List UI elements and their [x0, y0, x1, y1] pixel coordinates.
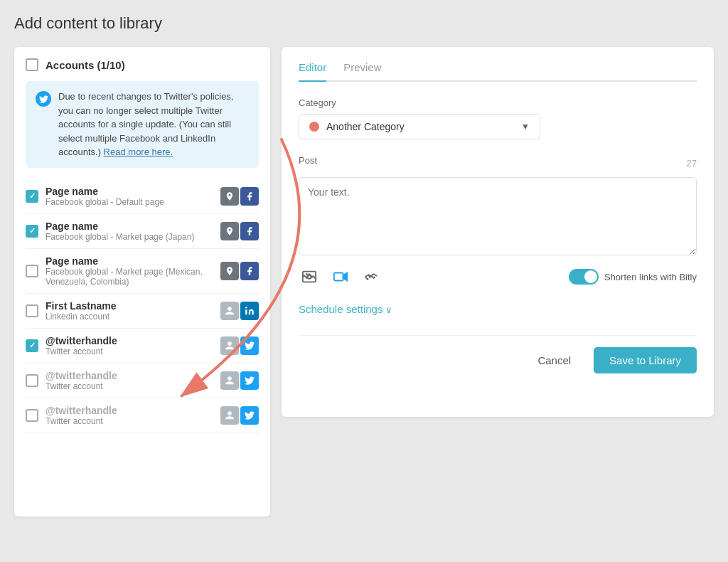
account-icons-4 — [220, 336, 259, 355]
account-row: Page nameFacebook global - Market page (… — [26, 214, 259, 249]
facebook-icon — [240, 262, 259, 280]
account-info-5: @twitterhandleTwitter account — [46, 370, 213, 391]
location-icon — [220, 187, 239, 206]
save-to-library-button[interactable]: Save to Library — [594, 347, 697, 373]
accounts-header: Accounts (1/10) — [26, 58, 259, 71]
tabs: Editor Preview — [299, 61, 697, 82]
chevron-down-icon: ▼ — [521, 122, 530, 132]
page-title: Add content to library — [14, 14, 714, 33]
account-checkbox-3[interactable] — [26, 304, 38, 317]
category-label: Category — [299, 97, 697, 108]
account-row: @twitterhandleTwitter account — [26, 364, 259, 398]
account-row: First LastnameLinkedin account — [26, 294, 259, 329]
account-sub-0: Facebook global - Default page — [46, 197, 213, 207]
account-sub-2: Facebook global - Market page (Mexican, … — [46, 267, 213, 287]
svg-point-3 — [306, 273, 308, 275]
account-info-2: Page nameFacebook global - Market page (… — [46, 255, 213, 287]
post-header: Post 27 — [299, 155, 697, 171]
post-textarea[interactable] — [299, 177, 697, 255]
avatar-icon — [220, 302, 239, 320]
twitter-icon — [240, 406, 259, 425]
account-checkbox-1[interactable] — [26, 225, 38, 238]
avatar-icon — [220, 371, 239, 390]
facebook-icon — [240, 222, 259, 240]
account-checkbox-6[interactable] — [26, 409, 38, 422]
account-name-4: @twitterhandle — [46, 335, 213, 346]
account-row: Page nameFacebook global - Default page — [26, 179, 259, 214]
schedule-section: Schedule settings — [299, 303, 697, 315]
post-char-count: 27 — [687, 158, 697, 169]
account-icons-2 — [220, 262, 259, 280]
tab-editor[interactable]: Editor — [299, 61, 326, 82]
account-info-3: First LastnameLinkedin account — [46, 300, 213, 322]
account-icons-0 — [220, 187, 259, 206]
schedule-settings-toggle[interactable]: Schedule settings — [299, 303, 392, 315]
photo-icon[interactable] — [299, 266, 320, 287]
account-sub-4: Twitter account — [46, 346, 213, 356]
bitly-label: Shorten links with Bitly — [604, 272, 697, 282]
avatar-icon — [220, 336, 239, 355]
account-info-6: @twitterhandleTwitter account — [46, 405, 213, 426]
cancel-button[interactable]: Cancel — [529, 349, 579, 372]
post-toolbar: Shorten links with Bitly — [299, 266, 697, 287]
account-checkbox-2[interactable] — [26, 265, 38, 277]
accounts-title: Accounts (1/10) — [46, 59, 125, 71]
notice-text: Due to recent changes to Twitter's polic… — [58, 90, 249, 159]
linkedin-icon — [240, 302, 259, 320]
account-sub-5: Twitter account — [46, 381, 213, 391]
handshake-icon[interactable] — [361, 266, 382, 287]
account-name-0: Page name — [46, 186, 213, 197]
account-icons-3 — [220, 302, 259, 320]
main-layout: Accounts (1/10) Due to recent changes to… — [14, 47, 714, 516]
location-icon — [220, 262, 239, 280]
right-panel: Editor Preview Category Another Category… — [282, 47, 714, 417]
svg-point-0 — [245, 307, 247, 308]
account-name-3: First Lastname — [46, 300, 213, 312]
account-row: @twitterhandleTwitter account — [26, 398, 259, 433]
svg-rect-4 — [334, 273, 343, 281]
account-checkbox-4[interactable] — [26, 339, 38, 352]
twitter-icon — [240, 336, 259, 355]
avatar-icon — [220, 406, 239, 425]
left-panel: Accounts (1/10) Due to recent changes to… — [14, 47, 270, 516]
bitly-toggle-area: Shorten links with Bitly — [569, 269, 697, 285]
account-info-4: @twitterhandleTwitter account — [46, 335, 213, 356]
video-icon[interactable] — [330, 266, 351, 287]
account-info-1: Page nameFacebook global - Market page (… — [46, 221, 213, 242]
account-checkbox-5[interactable] — [26, 374, 38, 387]
tab-preview[interactable]: Preview — [343, 61, 381, 82]
read-more-link[interactable]: Read more here. — [104, 147, 173, 157]
account-checkbox-0[interactable] — [26, 190, 38, 203]
account-sub-6: Twitter account — [46, 416, 213, 426]
location-icon — [220, 222, 239, 240]
account-sub-3: Linkedin account — [46, 312, 213, 322]
category-color-dot — [309, 122, 319, 132]
action-buttons: Cancel Save to Library — [299, 335, 697, 373]
category-value: Another Category — [326, 121, 514, 132]
account-icons-1 — [220, 222, 259, 240]
account-name-2: Page name — [46, 255, 213, 267]
twitter-notice: Due to recent changes to Twitter's polic… — [26, 81, 259, 168]
account-icons-5 — [220, 371, 259, 390]
twitter-icon — [36, 91, 51, 107]
account-icons-6 — [220, 406, 259, 425]
bitly-toggle[interactable] — [569, 269, 599, 285]
facebook-icon — [240, 187, 259, 206]
account-sub-1: Facebook global - Market page (Japan) — [46, 232, 213, 242]
post-label: Post — [299, 155, 317, 166]
account-info-0: Page nameFacebook global - Default page — [46, 186, 213, 207]
account-name-5: @twitterhandle — [46, 370, 213, 381]
twitter-icon — [240, 371, 259, 390]
account-list: Page nameFacebook global - Default pageP… — [26, 179, 259, 433]
account-name-6: @twitterhandle — [46, 405, 213, 416]
account-row: Page nameFacebook global - Market page (… — [26, 249, 259, 294]
accounts-select-all-checkbox[interactable] — [26, 58, 38, 71]
category-select[interactable]: Another Category ▼ — [299, 114, 540, 139]
account-row: @twitterhandleTwitter account — [26, 329, 259, 364]
account-name-1: Page name — [46, 221, 213, 232]
